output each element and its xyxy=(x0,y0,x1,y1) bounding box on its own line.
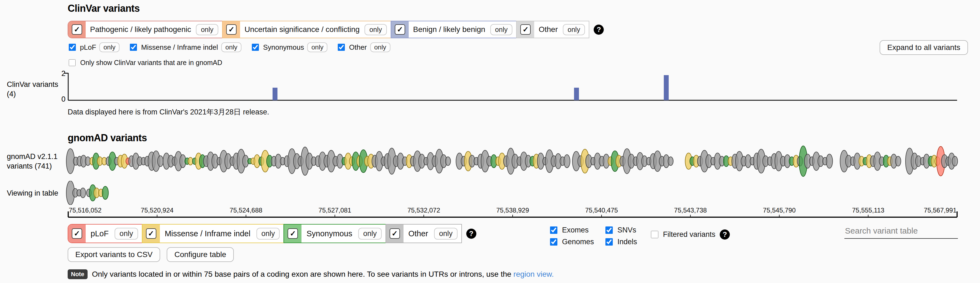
variant-type-filter-group: SNVs Indels xyxy=(604,225,637,246)
indels-filter: Indels xyxy=(604,237,637,246)
gnomad-category-missense[interactable]: ✓ Missense / Inframe indel only xyxy=(142,224,284,243)
genomes-checkbox[interactable] xyxy=(550,238,557,246)
variant-marker[interactable] xyxy=(668,157,673,166)
clinvar-heading: ClinVar variants xyxy=(68,3,140,14)
checkbox-checked-icon[interactable]: ✓ xyxy=(288,229,298,239)
category-label: pLoF xyxy=(86,229,115,238)
only-button[interactable]: only xyxy=(434,228,458,240)
filter-plof: pLoF only xyxy=(68,42,119,52)
viewing-in-table-track[interactable] xyxy=(0,181,980,205)
only-button[interactable]: only xyxy=(370,42,390,52)
variant-marker[interactable] xyxy=(188,157,193,165)
gnomad-variants-track[interactable] xyxy=(0,142,980,180)
axis-tick-label: 75,540,475 xyxy=(585,208,618,214)
variant-marker[interactable] xyxy=(80,188,86,198)
only-button[interactable]: only xyxy=(364,24,387,35)
filtered-variants-help-icon[interactable]: ? xyxy=(720,229,730,240)
checkbox-checked-icon[interactable]: ✓ xyxy=(395,24,405,35)
variant-marker[interactable] xyxy=(158,156,164,166)
gnomad-category-other[interactable]: ✓ Other only xyxy=(385,224,462,243)
configure-table-button[interactable]: Configure table xyxy=(167,247,234,262)
checkbox-checked-icon[interactable]: ✓ xyxy=(226,24,237,35)
filter-synonymous: Synonymous only xyxy=(251,42,328,52)
note-text: Only variants located in or within 75 ba… xyxy=(92,270,554,279)
only-button[interactable]: only xyxy=(563,24,585,35)
filter-other: Other only xyxy=(337,42,390,52)
filter-label: pLoF xyxy=(80,43,96,52)
checkbox-checked-icon[interactable]: ✓ xyxy=(72,24,82,35)
gnomad-category-synonymous[interactable]: ✓ Synonymous only xyxy=(283,224,386,243)
filter-missense: Missense / Inframe indel only xyxy=(129,42,242,52)
clinvar-variant-bar[interactable] xyxy=(664,75,669,100)
search-variant-table-input[interactable] xyxy=(845,225,958,239)
clinvar-category-uncertain[interactable]: ✓ Uncertain significance / conflicting o… xyxy=(222,21,391,38)
variant-marker[interactable] xyxy=(564,155,570,168)
checkbox-checked-icon[interactable]: ✓ xyxy=(146,229,156,239)
only-button[interactable]: only xyxy=(115,228,138,240)
other-swatch: ✓ xyxy=(517,21,534,38)
uncertain-swatch: ✓ xyxy=(223,21,240,38)
only-in-gnomad-label: Only show ClinVar variants that are in g… xyxy=(80,59,222,67)
variant-marker[interactable] xyxy=(102,186,108,200)
variant-marker[interactable] xyxy=(896,156,901,166)
snvs-label: SNVs xyxy=(617,226,636,234)
missense-swatch: ✓ xyxy=(142,225,160,243)
axis-tick-label: 75,545,790 xyxy=(763,208,795,214)
clinvar-variant-bar[interactable] xyxy=(574,88,579,100)
category-label: Uncertain significance / conflicting xyxy=(240,25,364,34)
only-button[interactable]: only xyxy=(256,228,280,240)
axis-tick-label: 75,524,688 xyxy=(230,208,262,214)
filtered-variants-label: Filtered variants xyxy=(663,230,715,239)
exomes-checkbox[interactable] xyxy=(550,227,557,234)
checkbox-checked-icon[interactable]: ✓ xyxy=(520,24,531,35)
checkbox-checked-icon[interactable]: ✓ xyxy=(390,229,400,239)
clinvar-variant-bar[interactable] xyxy=(272,88,277,100)
variant-marker[interactable] xyxy=(826,154,832,168)
clinvar-consequence-filter-row: pLoF only Missense / Inframe indel only … xyxy=(68,42,390,52)
category-label: Synonymous xyxy=(301,229,358,238)
gnomad-categories-help-icon[interactable]: ? xyxy=(466,229,476,239)
genomes-label: Genomes xyxy=(562,238,594,246)
export-csv-button[interactable]: Export variants to CSV xyxy=(68,247,160,262)
only-in-gnomad-checkbox[interactable] xyxy=(69,59,76,66)
table-actions: Export variants to CSV Configure table xyxy=(68,247,234,262)
region-view-link[interactable]: region view. xyxy=(514,270,554,278)
axis-ticks: 75,516,05275,520,92475,524,68875,527,081… xyxy=(68,208,957,217)
clinvar-categories-help-icon[interactable]: ? xyxy=(594,25,604,35)
clinvar-category-pathogenic[interactable]: ✓ Pathogenic / likely pathogenic only xyxy=(68,21,223,38)
snvs-checkbox[interactable] xyxy=(605,227,613,234)
only-in-gnomad-filter: Only show ClinVar variants that are in g… xyxy=(68,58,222,67)
exomes-filter: Exomes xyxy=(549,225,594,235)
axis-tick-label: 75,516,052 xyxy=(69,208,102,214)
only-button[interactable]: only xyxy=(196,24,218,35)
variant-marker[interactable] xyxy=(952,156,958,166)
gnomad-category-plof[interactable]: ✓ pLoF only xyxy=(68,224,142,243)
only-button[interactable]: only xyxy=(490,24,513,35)
gnomad-category-filter-group: ✓ pLoF only ✓ Missense / Inframe indel o… xyxy=(68,224,476,243)
filtered-variants-filter: Filtered variants ? xyxy=(650,229,730,240)
only-button[interactable]: only xyxy=(307,42,328,52)
axis-tick-label: 75,555,113 xyxy=(852,208,884,214)
plof-checkbox[interactable] xyxy=(69,44,76,51)
only-button[interactable]: only xyxy=(99,42,119,52)
clinvar-category-other[interactable]: ✓ Other only xyxy=(516,21,589,38)
other-checkbox[interactable] xyxy=(338,44,345,51)
indels-checkbox[interactable] xyxy=(605,238,613,246)
benign-swatch: ✓ xyxy=(391,21,409,38)
pathogenic-swatch: ✓ xyxy=(68,21,86,38)
filter-label: Missense / Inframe indel xyxy=(141,43,218,52)
category-label: Pathogenic / likely pathogenic xyxy=(86,25,196,34)
only-button[interactable]: only xyxy=(221,42,242,52)
synonymous-checkbox[interactable] xyxy=(252,44,259,51)
missense-checkbox[interactable] xyxy=(130,44,137,51)
filter-label: Other xyxy=(349,43,367,52)
clinvar-bars[interactable] xyxy=(272,75,669,100)
clinvar-category-benign[interactable]: ✓ Benign / likely benign only xyxy=(391,21,517,38)
filtered-variants-checkbox[interactable] xyxy=(651,231,658,238)
only-button[interactable]: only xyxy=(358,228,382,240)
variant-marker[interactable] xyxy=(445,157,450,166)
axis-tick-label: 75,543,738 xyxy=(674,208,707,214)
expand-to-all-variants-button[interactable]: Expand to all variants xyxy=(880,40,968,55)
checkbox-checked-icon[interactable]: ✓ xyxy=(72,229,82,239)
other-swatch: ✓ xyxy=(386,225,404,243)
